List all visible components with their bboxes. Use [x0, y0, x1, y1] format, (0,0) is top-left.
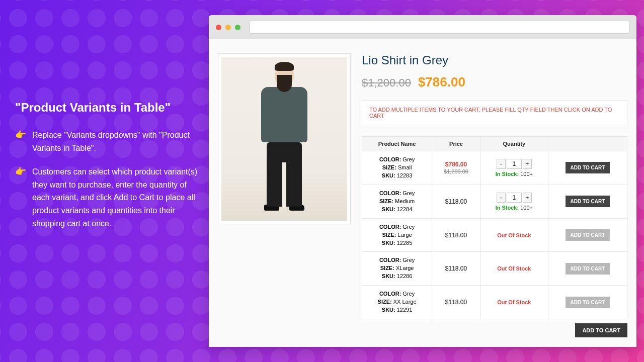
qty-decrement-button[interactable]: - — [497, 159, 506, 169]
stock-status: In Stock: 100+ — [496, 171, 533, 177]
col-action — [548, 137, 627, 151]
promo-bullet: Replace "Variants dropdowns" with "Produ… — [32, 129, 201, 154]
variant-quantity: -+In Stock: 100+ — [480, 185, 548, 218]
price-row: $1,200.00 $786.00 — [362, 74, 627, 90]
promo-bullet-list: 👉 Replace "Variants dropdowns" with "Pro… — [15, 129, 201, 230]
variant-row: COLOR: GreySIZE: XX LargeSKU: 12291$118.… — [362, 286, 627, 319]
stock-status: Out Of Stock — [497, 265, 531, 272]
page-content: Lio Shirt in Grey $1,200.00 $786.00 TO A… — [209, 39, 636, 347]
window-maximize-icon[interactable] — [235, 25, 240, 30]
variant-row: COLOR: GreySIZE: MediumSKU: 12284$118.00… — [362, 185, 627, 218]
quantity-stepper: -+ — [497, 193, 532, 203]
pointer-icon: 👉 — [15, 165, 28, 178]
browser-chrome — [209, 15, 636, 39]
stock-status: Out Of Stock — [497, 299, 531, 305]
variant-action: ADD TO CART — [548, 218, 627, 252]
variant-attributes: COLOR: GreySIZE: XLargeSKU: 12286 — [362, 252, 432, 286]
sale-price: $786.00 — [418, 74, 465, 90]
browser-window: Lio Shirt in Grey $1,200.00 $786.00 TO A… — [209, 15, 636, 347]
promo-panel: "Product Variants in Table" 👉 Replace "V… — [15, 101, 201, 241]
variant-action: ADD TO CART — [548, 252, 627, 286]
variant-price: $118.00 — [432, 286, 480, 319]
add-to-cart-button: ADD TO CART — [566, 297, 610, 308]
qty-increment-button[interactable]: + — [523, 193, 532, 203]
col-quantity: Quantity — [480, 137, 548, 151]
quantity-stepper: -+ — [497, 159, 532, 169]
variant-price: $786.00$1,200.00 — [432, 151, 480, 185]
variants-table: Product Name Price Quantity COLOR: GreyS… — [362, 136, 627, 319]
product-details: Lio Shirt in Grey $1,200.00 $786.00 TO A… — [362, 53, 627, 341]
variant-price: $118.00 — [432, 185, 480, 218]
product-image — [221, 57, 347, 221]
variant-quantity: Out Of Stock — [480, 252, 548, 286]
product-title: Lio Shirt in Grey — [362, 53, 627, 67]
pointer-icon: 👉 — [15, 129, 28, 141]
qty-input[interactable] — [507, 193, 522, 203]
window-minimize-icon[interactable] — [225, 25, 231, 30]
variant-attributes: COLOR: GreySIZE: XX LargeSKU: 12291 — [362, 286, 432, 319]
stock-status: In Stock: 100+ — [496, 205, 533, 211]
variant-row: COLOR: GreySIZE: LargeSKU: 12285$118.00O… — [362, 218, 627, 252]
add-all-to-cart-button[interactable]: ADD TO CART — [575, 323, 627, 337]
variant-quantity: Out Of Stock — [480, 218, 548, 252]
variant-action: ADD TO CART — [548, 151, 627, 185]
variant-price: $118.00 — [432, 218, 480, 252]
variant-row: COLOR: GreySIZE: SmallSKU: 12283$786.00$… — [362, 151, 627, 185]
add-to-cart-button[interactable]: ADD TO CART — [566, 196, 610, 207]
product-image-frame — [218, 53, 351, 224]
variant-action: ADD TO CART — [548, 286, 627, 319]
multi-add-notice: TO ADD MULTIPLE ITEMS TO YOUR CART, PLEA… — [362, 100, 627, 125]
variant-quantity: -+In Stock: 100+ — [480, 151, 548, 185]
add-to-cart-button: ADD TO CART — [566, 229, 610, 241]
footer-add-row: ADD TO CART — [362, 323, 627, 337]
original-price: $1,200.00 — [362, 76, 411, 89]
qty-decrement-button[interactable]: - — [497, 193, 506, 203]
variant-row: COLOR: GreySIZE: XLargeSKU: 12286$118.00… — [362, 252, 627, 286]
variant-attributes: COLOR: GreySIZE: MediumSKU: 12284 — [362, 185, 432, 218]
variant-action: ADD TO CART — [548, 185, 627, 218]
qty-increment-button[interactable]: + — [523, 159, 532, 169]
col-price: Price — [432, 137, 480, 151]
add-to-cart-button: ADD TO CART — [566, 263, 610, 275]
promo-title: "Product Variants in Table" — [15, 101, 201, 115]
promo-bullet: Customers can select which product varia… — [32, 165, 201, 230]
window-close-icon[interactable] — [216, 25, 221, 30]
stock-status: Out Of Stock — [497, 232, 531, 238]
add-to-cart-button[interactable]: ADD TO CART — [566, 162, 610, 173]
qty-input[interactable] — [507, 159, 522, 169]
variant-attributes: COLOR: GreySIZE: LargeSKU: 12285 — [362, 218, 432, 252]
variant-quantity: Out Of Stock — [480, 286, 548, 319]
variant-attributes: COLOR: GreySIZE: SmallSKU: 12283 — [362, 151, 432, 185]
variant-price: $118.00 — [432, 252, 480, 286]
col-product-name: Product Name — [362, 137, 432, 151]
address-bar[interactable] — [250, 21, 629, 34]
